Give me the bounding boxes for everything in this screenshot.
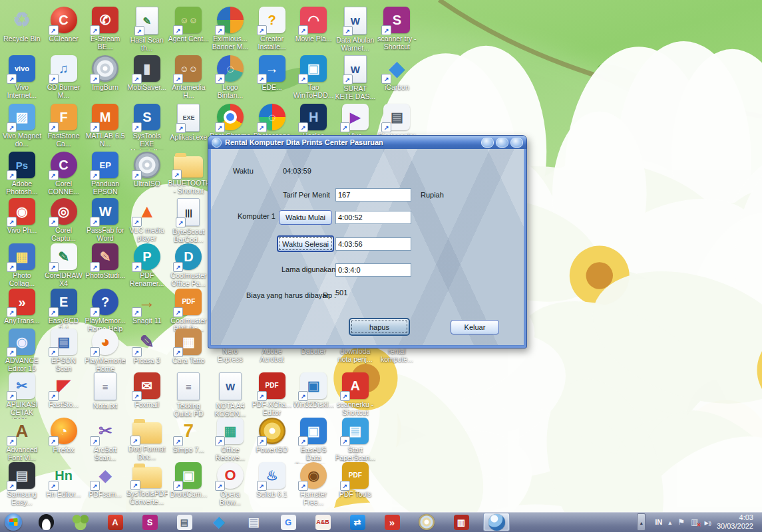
desktop-icon[interactable]: ▨ Vivo Magnet do... bbox=[1, 104, 43, 148]
desktop-icon[interactable]: W PassFab for Word bbox=[85, 198, 126, 243]
desktop-icon[interactable]: Nero Express bbox=[210, 348, 251, 364]
adobe-icon[interactable]: A bbox=[102, 513, 128, 531]
desktop-icon[interactable]: ? Creator Installe... bbox=[252, 7, 293, 51]
desktop-icon[interactable]: ✎ Hasil Scan th... bbox=[126, 7, 168, 53]
desktop-icon[interactable]: ◤ FastSto... bbox=[43, 372, 85, 409]
desktop-icon[interactable]: ✆ E-Stream BE... bbox=[85, 7, 126, 51]
minimize-button[interactable] bbox=[481, 138, 494, 148]
desktop-icon[interactable]: A scannerku - Shortcut bbox=[335, 372, 376, 417]
desktop-icon[interactable]: W SURAT KETE DAS... bbox=[335, 55, 376, 101]
desktop-icon[interactable]: EXE Aplikasi.exe bbox=[168, 104, 209, 142]
desktop-icon[interactable]: ◔ Firefox bbox=[43, 418, 85, 454]
desktop-icon[interactable]: ◆ iCarbon bbox=[376, 55, 417, 92]
desktop-icon[interactable]: BLUETOOTH - Shortcut bbox=[168, 152, 209, 196]
desktop-icon[interactable]: ◕ PlayMemories Home bbox=[85, 329, 126, 373]
desktop-icon[interactable]: ◉ Vivo Ph... bbox=[1, 198, 43, 235]
red-arrows-icon[interactable]: » bbox=[379, 513, 405, 531]
desktop-icon[interactable]: W Data Abulan Warnet... bbox=[335, 7, 376, 53]
desktop-icon[interactable]: ♫ CD Burner M... bbox=[43, 55, 85, 100]
desktop-icon[interactable]: ♨ Scilab 6.1 bbox=[252, 462, 293, 499]
desktop-icon[interactable]: ◌ Logo Bintan... bbox=[210, 55, 251, 100]
lama-input[interactable] bbox=[335, 263, 411, 277]
desktop-icon[interactable]: D Coolmuster Office Pa... bbox=[168, 243, 209, 288]
waktu-selesai-input[interactable] bbox=[335, 237, 411, 251]
desktop-icon[interactable]: → Snagit 11 bbox=[126, 289, 168, 325]
desktop-icon[interactable]: » AnyTrans... bbox=[1, 289, 43, 325]
tarif-input[interactable] bbox=[335, 188, 411, 201]
desktop-icon[interactable]: rental kompute... bbox=[376, 348, 417, 364]
taskbar-scroll-control[interactable] bbox=[637, 513, 646, 531]
desktop-icon[interactable]: EP Panduan EPSON bbox=[85, 152, 126, 196]
desktop-icon[interactable]: PowerISO bbox=[252, 418, 293, 454]
desktop-icon[interactable]: ▦ Photo Collag... bbox=[1, 243, 43, 288]
desktop-icon[interactable]: S scanner try - Shortcut bbox=[376, 7, 417, 51]
language-indicator[interactable]: IN bbox=[655, 518, 662, 526]
desktop-icon[interactable]: S SysTools EXE Uninstaller bbox=[126, 104, 168, 150]
desktop-icon[interactable]: M MATLAB 6.5 N... bbox=[85, 104, 126, 148]
ab-cards-icon[interactable]: A&B bbox=[310, 513, 335, 531]
scanner-icon[interactable]: ▤ bbox=[172, 513, 197, 531]
desktop-icon[interactable]: ✂ APLIKASI CETAK FOT... bbox=[1, 372, 43, 419]
desktop-icon[interactable]: ▤ Start PaperScan... bbox=[335, 418, 376, 462]
hidden-icons-chevron-icon[interactable] bbox=[668, 518, 671, 526]
desktop-icon[interactable]: Dod Format Doc... bbox=[126, 418, 168, 462]
waktu-selesai-button[interactable]: Waktu Selesai bbox=[277, 235, 334, 252]
green-people-icon[interactable] bbox=[68, 513, 93, 531]
hapus-button[interactable]: hapus bbox=[349, 318, 410, 336]
start-button[interactable] bbox=[2, 513, 25, 531]
desktop-icon[interactable]: 7 Simpo 7... bbox=[168, 418, 209, 454]
desktop-icon[interactable]: ▤ Samsung Easy... bbox=[1, 462, 43, 507]
desktop-icon[interactable]: ◆ PDFsam... bbox=[85, 462, 126, 499]
desktop-icon[interactable]: ✂ ArcSoft Scan... bbox=[85, 418, 126, 462]
desktop-icon[interactable]: C Corel CONNE... bbox=[43, 152, 85, 196]
desktop-icon[interactable]: Hn Hn Editor... bbox=[43, 462, 85, 499]
desktop-icon[interactable]: ▮ MobiSaver... bbox=[126, 55, 168, 92]
action-center-flag-icon[interactable] bbox=[677, 517, 685, 527]
close-button[interactable] bbox=[510, 138, 523, 148]
desktop-icon[interactable]: SysToolsPDF Converte... bbox=[126, 462, 168, 506]
desktop-icon[interactable]: ◎ Corel Captu... bbox=[43, 198, 85, 243]
desktop-icon[interactable]: A Advanced Font Vi... bbox=[1, 418, 43, 462]
desktop-icon[interactable]: ✉ Foxmail bbox=[126, 372, 168, 409]
desktop-icon[interactable]: Eximious... Banner M... bbox=[210, 7, 251, 51]
desktop-icon[interactable]: W NOTA A4 KOSON... bbox=[210, 372, 251, 418]
desktop-icon[interactable]: Ps Adobe Photosh... bbox=[1, 152, 43, 196]
desktop-icon[interactable]: ☺☺ Agent Cent... bbox=[168, 7, 209, 43]
desktop-icon[interactable]: ◉ Hamster Free... bbox=[293, 462, 334, 507]
desktop-icon[interactable]: ▣ Tao WinToHDD... bbox=[293, 55, 334, 100]
desktop-icon[interactable]: ♻ Recycle Bin bbox=[1, 7, 43, 43]
desktop-icon[interactable]: E EasyBCD 2.4 bbox=[43, 289, 85, 333]
desktop-icon[interactable]: O Opera Brow... bbox=[210, 462, 251, 507]
google-icon[interactable]: G bbox=[276, 513, 301, 531]
dialog-titlebar[interactable]: Rental Komputer Dita Prints Center Pasur… bbox=[208, 136, 526, 149]
maximize-button[interactable] bbox=[496, 138, 508, 148]
desktop-icon[interactable]: F FastStone Ca... bbox=[43, 104, 85, 148]
desktop-icon[interactable]: ▣ DroidCam... bbox=[168, 462, 209, 499]
desktop-icon[interactable]: P PDF Renamer... bbox=[126, 243, 168, 288]
desktop-icon[interactable]: ▤ EPSON Scan bbox=[43, 329, 85, 373]
cd-burner-icon[interactable] bbox=[414, 513, 439, 531]
desktop-icon[interactable]: ✎ Picasa 3 bbox=[126, 329, 168, 365]
waktu-mulai-button[interactable]: Waktu Mulai bbox=[279, 210, 332, 225]
barcode-cutter-icon[interactable]: ▥ bbox=[449, 513, 474, 531]
desktop-icon[interactable]: Adobe Acrobat bbox=[252, 348, 293, 364]
keluar-button[interactable]: Keluar bbox=[451, 320, 499, 334]
blue-diamond-icon[interactable]: ◆ bbox=[206, 513, 232, 531]
desktop-icon[interactable]: vivo Vivo Internet... bbox=[1, 55, 43, 100]
desktop-icon[interactable]: ||| ByteScout BarCod... bbox=[168, 198, 209, 244]
desktop-icon[interactable]: Dabuter bbox=[293, 348, 334, 356]
desktop-icon[interactable]: ≡ Nota.txt bbox=[85, 372, 126, 410]
rental-app-taskbar-button[interactable] bbox=[483, 513, 510, 531]
linux-tux-icon[interactable] bbox=[33, 513, 59, 531]
desktop-icon[interactable]: → EDE... bbox=[252, 55, 293, 92]
desktop-icon[interactable]: ▦ Office Recove... bbox=[210, 418, 251, 462]
network-error-icon[interactable] bbox=[691, 517, 698, 527]
desktop-icon[interactable]: ◉ ADVANCE Editor 15 bbox=[1, 329, 43, 373]
desktop-icon[interactable]: ◠ Movie Pla... bbox=[293, 7, 334, 43]
desktop-icon[interactable]: ≡ Tekking Quick PD bbox=[168, 372, 209, 418]
desktop-icon[interactable]: ▦ Cara Tatto bbox=[168, 329, 209, 365]
desktop-icon[interactable]: PDF PDF Tools bbox=[335, 462, 376, 499]
desktop-icon[interactable]: PDF PDF-XCha... Editor bbox=[252, 372, 293, 417]
desktop-icon[interactable]: ▣ EaseUS Data Recovery ... bbox=[293, 418, 334, 464]
desktop-icon[interactable]: ☺☺ Antamedia H... bbox=[168, 55, 209, 100]
